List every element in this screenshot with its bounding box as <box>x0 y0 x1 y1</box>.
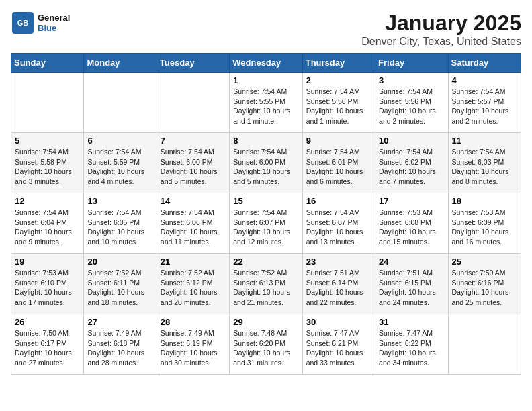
calendar-cell: 27Sunrise: 7:49 AM Sunset: 6:18 PM Dayli… <box>84 314 157 375</box>
day-number: 9 <box>306 136 371 146</box>
calendar-cell: 6Sunrise: 7:54 AM Sunset: 5:59 PM Daylig… <box>84 133 157 193</box>
calendar-cell: 8Sunrise: 7:54 AM Sunset: 6:00 PM Daylig… <box>230 133 302 193</box>
day-number: 13 <box>87 196 152 206</box>
day-info: Sunrise: 7:54 AM Sunset: 5:56 PM Dayligh… <box>306 87 371 126</box>
svg-text:GB: GB <box>17 19 29 27</box>
calendar-cell: 21Sunrise: 7:52 AM Sunset: 6:12 PM Dayli… <box>157 254 229 314</box>
day-info: Sunrise: 7:52 AM Sunset: 6:12 PM Dayligh… <box>161 268 226 308</box>
day-number: 3 <box>379 75 444 85</box>
calendar-cell: 1Sunrise: 7:54 AM Sunset: 5:55 PM Daylig… <box>230 73 302 133</box>
day-number: 14 <box>161 196 226 206</box>
calendar-cell: 7Sunrise: 7:54 AM Sunset: 6:00 PM Daylig… <box>157 133 229 193</box>
calendar-header-row: SundayMondayTuesdayWednesdayThursdayFrid… <box>11 54 521 73</box>
calendar-cell: 30Sunrise: 7:47 AM Sunset: 6:21 PM Dayli… <box>302 314 375 375</box>
logo-blue-text: Blue <box>38 23 70 33</box>
calendar-cell <box>448 314 521 375</box>
header-cell-saturday: Saturday <box>448 54 521 73</box>
day-info: Sunrise: 7:54 AM Sunset: 6:06 PM Dayligh… <box>161 208 226 247</box>
calendar-cell: 2Sunrise: 7:54 AM Sunset: 5:56 PM Daylig… <box>302 73 375 133</box>
calendar-cell: 13Sunrise: 7:54 AM Sunset: 6:05 PM Dayli… <box>84 193 157 254</box>
logo-general-text: General <box>38 13 70 23</box>
day-info: Sunrise: 7:54 AM Sunset: 6:05 PM Dayligh… <box>87 208 152 247</box>
day-info: Sunrise: 7:54 AM Sunset: 5:55 PM Dayligh… <box>233 87 298 126</box>
calendar-cell: 25Sunrise: 7:50 AM Sunset: 6:16 PM Dayli… <box>448 254 521 314</box>
day-number: 27 <box>87 317 152 327</box>
calendar-body: 1Sunrise: 7:54 AM Sunset: 5:55 PM Daylig… <box>11 73 521 375</box>
day-info: Sunrise: 7:54 AM Sunset: 6:02 PM Dayligh… <box>379 147 444 187</box>
calendar-cell: 15Sunrise: 7:54 AM Sunset: 6:07 PM Dayli… <box>230 193 302 254</box>
calendar-cell <box>157 73 229 133</box>
calendar-cell: 9Sunrise: 7:54 AM Sunset: 6:01 PM Daylig… <box>302 133 375 193</box>
calendar-cell: 14Sunrise: 7:54 AM Sunset: 6:06 PM Dayli… <box>157 193 229 254</box>
day-number: 16 <box>306 196 371 206</box>
day-number: 19 <box>15 257 80 267</box>
day-info: Sunrise: 7:51 AM Sunset: 6:15 PM Dayligh… <box>379 268 444 308</box>
page-header: GB General Blue January 2025 Denver City… <box>11 11 521 48</box>
calendar-week-2: 5Sunrise: 7:54 AM Sunset: 5:58 PM Daylig… <box>11 133 521 193</box>
day-number: 5 <box>15 136 80 146</box>
calendar-cell: 23Sunrise: 7:51 AM Sunset: 6:14 PM Dayli… <box>302 254 375 314</box>
day-number: 7 <box>161 136 226 146</box>
day-number: 1 <box>233 75 298 85</box>
day-number: 28 <box>161 317 226 327</box>
day-number: 20 <box>87 257 152 267</box>
calendar-cell: 26Sunrise: 7:50 AM Sunset: 6:17 PM Dayli… <box>11 314 84 375</box>
header-cell-sunday: Sunday <box>11 54 84 73</box>
day-info: Sunrise: 7:47 AM Sunset: 6:21 PM Dayligh… <box>306 328 371 368</box>
calendar-cell: 11Sunrise: 7:54 AM Sunset: 6:03 PM Dayli… <box>448 133 521 193</box>
day-info: Sunrise: 7:50 AM Sunset: 6:16 PM Dayligh… <box>452 268 517 308</box>
day-info: Sunrise: 7:49 AM Sunset: 6:18 PM Dayligh… <box>87 328 152 368</box>
page-title: January 2025 <box>361 11 521 36</box>
page-subtitle: Denver City, Texas, United States <box>361 36 521 48</box>
day-number: 22 <box>233 257 298 267</box>
day-info: Sunrise: 7:47 AM Sunset: 6:22 PM Dayligh… <box>379 328 444 368</box>
logo: GB General Blue <box>11 11 70 35</box>
day-number: 21 <box>161 257 226 267</box>
header-cell-wednesday: Wednesday <box>230 54 302 73</box>
day-info: Sunrise: 7:54 AM Sunset: 5:57 PM Dayligh… <box>452 87 517 126</box>
calendar-week-4: 19Sunrise: 7:53 AM Sunset: 6:10 PM Dayli… <box>11 254 521 314</box>
calendar-cell <box>84 73 157 133</box>
day-info: Sunrise: 7:52 AM Sunset: 6:11 PM Dayligh… <box>87 268 152 308</box>
day-info: Sunrise: 7:54 AM Sunset: 6:01 PM Dayligh… <box>306 147 371 187</box>
day-info: Sunrise: 7:50 AM Sunset: 6:17 PM Dayligh… <box>15 328 80 368</box>
day-info: Sunrise: 7:54 AM Sunset: 6:03 PM Dayligh… <box>452 147 517 187</box>
day-number: 11 <box>452 136 517 146</box>
day-number: 18 <box>452 196 517 206</box>
day-info: Sunrise: 7:54 AM Sunset: 6:00 PM Dayligh… <box>233 147 298 187</box>
day-number: 31 <box>379 317 444 327</box>
day-number: 4 <box>452 75 517 85</box>
day-info: Sunrise: 7:53 AM Sunset: 6:08 PM Dayligh… <box>379 208 444 247</box>
day-info: Sunrise: 7:51 AM Sunset: 6:14 PM Dayligh… <box>306 268 371 308</box>
calendar-cell: 4Sunrise: 7:54 AM Sunset: 5:57 PM Daylig… <box>448 73 521 133</box>
day-info: Sunrise: 7:54 AM Sunset: 5:58 PM Dayligh… <box>15 147 80 187</box>
day-number: 10 <box>379 136 444 146</box>
calendar-cell: 19Sunrise: 7:53 AM Sunset: 6:10 PM Dayli… <box>11 254 84 314</box>
header-cell-thursday: Thursday <box>302 54 375 73</box>
day-info: Sunrise: 7:52 AM Sunset: 6:13 PM Dayligh… <box>233 268 298 308</box>
day-number: 17 <box>379 196 444 206</box>
day-info: Sunrise: 7:49 AM Sunset: 6:19 PM Dayligh… <box>161 328 226 368</box>
calendar-cell: 18Sunrise: 7:53 AM Sunset: 6:09 PM Dayli… <box>448 193 521 254</box>
calendar-table: SundayMondayTuesdayWednesdayThursdayFrid… <box>11 53 521 375</box>
title-block: January 2025 Denver City, Texas, United … <box>361 11 521 48</box>
calendar-cell: 24Sunrise: 7:51 AM Sunset: 6:15 PM Dayli… <box>375 254 448 314</box>
day-number: 2 <box>306 75 371 85</box>
day-number: 23 <box>306 257 371 267</box>
day-number: 8 <box>233 136 298 146</box>
day-info: Sunrise: 7:54 AM Sunset: 6:07 PM Dayligh… <box>306 208 371 247</box>
calendar-week-3: 12Sunrise: 7:54 AM Sunset: 6:04 PM Dayli… <box>11 193 521 254</box>
day-info: Sunrise: 7:54 AM Sunset: 5:56 PM Dayligh… <box>379 87 444 126</box>
day-number: 25 <box>452 257 517 267</box>
day-info: Sunrise: 7:48 AM Sunset: 6:20 PM Dayligh… <box>233 328 298 368</box>
calendar-cell: 5Sunrise: 7:54 AM Sunset: 5:58 PM Daylig… <box>11 133 84 193</box>
day-info: Sunrise: 7:54 AM Sunset: 6:07 PM Dayligh… <box>233 208 298 247</box>
calendar-cell: 29Sunrise: 7:48 AM Sunset: 6:20 PM Dayli… <box>230 314 302 375</box>
day-number: 29 <box>233 317 298 327</box>
calendar-cell: 28Sunrise: 7:49 AM Sunset: 6:19 PM Dayli… <box>157 314 229 375</box>
day-number: 26 <box>15 317 80 327</box>
day-info: Sunrise: 7:53 AM Sunset: 6:09 PM Dayligh… <box>452 208 517 247</box>
calendar-cell: 12Sunrise: 7:54 AM Sunset: 6:04 PM Dayli… <box>11 193 84 254</box>
calendar-cell: 10Sunrise: 7:54 AM Sunset: 6:02 PM Dayli… <box>375 133 448 193</box>
calendar-cell: 20Sunrise: 7:52 AM Sunset: 6:11 PM Dayli… <box>84 254 157 314</box>
